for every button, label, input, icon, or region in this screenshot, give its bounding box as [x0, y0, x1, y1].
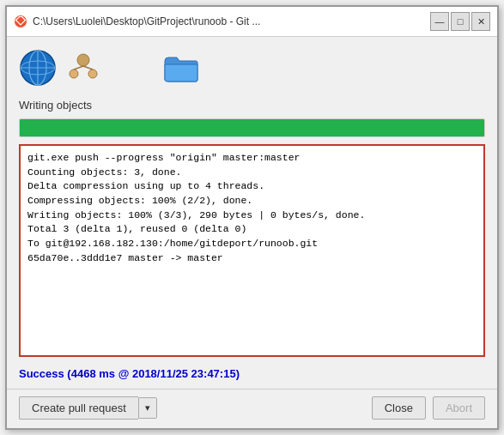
- log-box: git.exe push --progress "origin" master:…: [19, 144, 485, 357]
- svg-point-7: [70, 69, 78, 78]
- svg-point-0: [15, 15, 27, 27]
- window-close-button[interactable]: ✕: [471, 12, 490, 31]
- window-title: C:\Users\Luolei\Desktop\GitProject\runoo…: [33, 15, 260, 27]
- main-content: Writing objects git.exe push --progress …: [7, 37, 497, 389]
- create-pull-request-dropdown[interactable]: ▾: [138, 397, 157, 419]
- abort-button[interactable]: Abort: [433, 396, 485, 420]
- log-line-8: 65da70e..3ddd1e7 master -> master: [27, 251, 477, 266]
- network-icon: [67, 51, 100, 84]
- log-line-4: Compressing objects: 100% (2/2), done.: [27, 194, 477, 208]
- minimize-button[interactable]: —: [430, 12, 449, 31]
- status-label: Writing objects: [19, 99, 485, 112]
- footer-right: Close Abort: [372, 396, 485, 420]
- footer-left: Create pull request ▾: [19, 396, 157, 420]
- svg-point-6: [77, 54, 89, 66]
- title-bar: C:\Users\Luolei\Desktop\GitProject\runoo…: [7, 7, 497, 37]
- log-line-5: Writing objects: 100% (3/3), 290 bytes |…: [27, 208, 477, 223]
- log-line-6: Total 3 (delta 1), reused 0 (delta 0): [27, 222, 477, 237]
- create-pull-request-button[interactable]: Create pull request: [19, 396, 138, 420]
- svg-line-9: [74, 66, 83, 69]
- svg-point-8: [88, 69, 97, 78]
- icons-row: [19, 45, 485, 90]
- git-title-icon: [14, 15, 27, 28]
- close-button[interactable]: Close: [372, 396, 426, 420]
- progress-bar-fill: [20, 119, 484, 136]
- title-bar-left: C:\Users\Luolei\Desktop\GitProject\runoo…: [14, 15, 260, 28]
- footer: Create pull request ▾ Close Abort: [7, 389, 497, 428]
- progress-bar-container: [19, 118, 485, 137]
- folder-icon: [161, 49, 199, 87]
- success-text: Success (4468 ms @ 2018/11/25 23:47:15): [19, 367, 485, 380]
- globe-icon: [19, 49, 57, 87]
- title-bar-buttons: — □ ✕: [430, 12, 490, 31]
- log-line-0: git.exe push --progress "origin" master:…: [27, 151, 477, 166]
- log-line-7: To git@192.168.182.130:/home/gitdeport/r…: [27, 237, 477, 251]
- maximize-button[interactable]: □: [451, 12, 470, 31]
- log-line-2: Counting objects: 3, done.: [27, 166, 477, 180]
- log-line-3: Delta compression using up to 4 threads.: [27, 179, 477, 194]
- main-window: C:\Users\Luolei\Desktop\GitProject\runoo…: [5, 5, 499, 430]
- svg-line-10: [83, 66, 93, 69]
